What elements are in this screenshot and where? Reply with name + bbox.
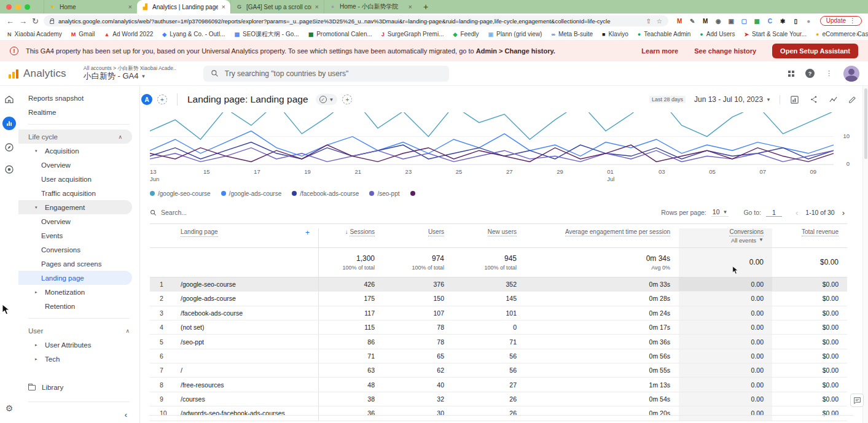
explore-icon[interactable] [4,142,14,152]
table-row[interactable]: 6 71 65 56 0m 56s 0.00 $0.00 [150,349,847,363]
column-total-revenue[interactable]: Total revenue [772,228,847,235]
table-row[interactable]: 4 (not set) 115 78 0 0m 17s 0.00 $0.00 [150,320,847,335]
extension-icon[interactable]: ▢ [740,18,748,25]
account-switcher[interactable]: All accounts > 小白新势 Xiaobai Acade.. 小白新势… [84,66,176,81]
bookmark-item[interactable]: ➤ Start & Scale Your... [744,31,807,37]
extension-icon[interactable]: ▦ [753,18,761,25]
nav-monetization[interactable]: ▸Monetization [18,285,139,299]
nav-user-acquisition[interactable]: User acquisition [18,172,139,186]
extension-icon[interactable]: ✱ [779,18,787,25]
url-text[interactable]: analytics.google.com/analytics/web/?auth… [58,18,641,25]
bookmark-item[interactable]: M Gmail [71,31,95,37]
expand-icon[interactable]: ▾ [35,205,40,210]
tab-close-icon[interactable]: × [315,3,319,10]
column-users[interactable]: Users [383,228,453,235]
table-row[interactable]: 10 /adwords-seo-facebook-ads-courses 36 … [150,406,847,421]
collapse-icon[interactable]: ∧ [125,328,130,334]
new-tab-button[interactable]: + [423,2,428,12]
browser-tab[interactable]: ♥ Home × [44,0,137,14]
table-row[interactable]: 2 /google-ads-course 175 150 145 0m 28s … [150,292,847,306]
nav-conversions[interactable]: Conversions [18,243,139,257]
bookmark-item[interactable]: ▣ Plann (grid view) [488,31,542,37]
next-page-icon[interactable]: › [840,208,847,217]
table-row[interactable]: 5 /seo-ppt 86 78 71 0m 36s 0.00 $0.00 [150,335,847,349]
legend-item[interactable]: /seo-ppt [369,190,399,197]
avatar[interactable] [843,66,859,82]
chrome-update-button[interactable]: Update⋮ [820,16,862,26]
tab-close-icon[interactable]: × [409,3,412,10]
nav-landing-page[interactable]: Landing page [18,271,132,285]
expand-icon[interactable]: ▸ [35,290,40,295]
nav-engagement[interactable]: ▾Engagement [18,200,132,214]
share-icon[interactable]: ⇧ [646,18,651,25]
browser-tab[interactable]: G [GA4] Set up a scroll conversi × [230,0,324,14]
advertising-icon[interactable] [4,165,14,174]
feedback-button[interactable] [850,394,864,407]
address-bar[interactable]: analytics.google.com/analytics/web/?auth… [44,15,668,26]
nav-acquisition[interactable]: ▾Acquisition [18,144,139,158]
insights-icon[interactable] [829,95,838,104]
column-new-users[interactable]: New users [453,228,525,235]
bookmark-item[interactable]: ◆ Lyang & Co. - Outl... [162,31,225,37]
table-row[interactable]: 7 / 63 62 56 0m 55s 0.00 $0.00 [150,363,847,378]
close-window-button[interactable] [6,4,12,10]
expand-icon[interactable]: ▸ [35,343,40,347]
nav-pages-and-screens[interactable]: Pages and screens [18,257,139,271]
goto-page-input[interactable]: 1 [766,209,782,217]
add-comparison-icon[interactable]: + [157,95,167,104]
global-search-input[interactable]: Try searching "top countries by users" [203,66,449,82]
table-search-input[interactable]: Search... [150,209,187,216]
legend-item[interactable]: /google-ads-course [221,190,282,197]
table-row[interactable]: 8 /free-resources 48 40 27 1m 13s 0.00 $… [150,378,847,392]
extension-icon[interactable]: ◉ [714,18,722,25]
tab-close-icon[interactable]: × [222,3,225,10]
table-row[interactable]: 1 /google-seo-course 426 376 352 0m 33s … [150,277,847,292]
nav-realtime[interactable]: Realtime [18,105,139,119]
bookmark-item[interactable]: J SurgeGraph Premi... [381,31,444,37]
bookmark-item[interactable]: ◆ Feedly [453,31,479,37]
open-setup-assistant-button[interactable]: Open Setup Assistant [772,44,858,58]
bookmark-item[interactable]: ▤ SEO课程大纲 - Go... [234,30,299,39]
scrollbar-thumb[interactable] [864,88,867,159]
add-dimension-icon[interactable]: + [305,228,310,237]
nav-events[interactable]: Events [18,228,139,243]
learn-more-link[interactable]: Learn more [641,47,678,55]
bookmark-item[interactable]: ∞ Meta B-suite [551,31,593,37]
bookmarks-overflow-icon[interactable]: » [856,31,859,37]
edit-report-icon[interactable] [848,95,857,104]
bookmark-item[interactable]: ● Teachable Admin [638,31,691,37]
admin-gear-icon[interactable]: ⚙ [6,403,14,413]
nav-section-life-cycle[interactable]: Life cycle∧ [18,130,132,144]
diagnostics-grid-icon[interactable] [788,71,794,77]
legend-item[interactable]: /google-seo-course [150,190,211,197]
rows-per-page-select[interactable]: 10▼ [711,208,729,217]
extension-icon[interactable]: ▯ [792,18,800,25]
chevron-down-icon[interactable]: ▼ [759,237,764,244]
expand-icon[interactable]: ▸ [35,357,40,362]
legend-item[interactable] [410,191,418,196]
add-filter-icon[interactable]: + [342,95,352,104]
help-icon[interactable]: ? [805,69,815,78]
nav-tech[interactable]: ▸Tech [18,352,139,366]
maximize-window-button[interactable] [25,4,30,10]
nav-traffic-acquisition[interactable]: Traffic acquisition [18,186,139,200]
dimension-chip[interactable]: ✓▼ [316,94,338,105]
nav-acquisition-overview[interactable]: Overview [18,158,139,172]
audience-chip[interactable]: A [141,94,152,105]
window-controls[interactable] [6,4,30,10]
table-row[interactable]: 9 /courses 38 32 26 0m 54s 0.00 $0.00 [150,392,847,406]
column-avg-engagement[interactable]: Average engagement time per session [525,228,679,235]
customize-report-icon[interactable] [790,95,799,104]
date-range-picker[interactable]: Jun 13 - Jul 10, 2023▼ [694,95,771,104]
collapse-icon[interactable]: ∧ [118,134,122,140]
more-menu-icon[interactable]: ⋮ [826,69,832,77]
see-change-history-link[interactable]: See change history [694,47,756,55]
extension-icon[interactable]: M [676,18,684,25]
column-sessions[interactable]: ↓ Sessions [319,228,383,235]
tab-close-icon[interactable]: × [128,3,132,10]
bookmark-star-icon[interactable]: ☆ [657,18,662,25]
column-conversions[interactable]: ConversionsAll events▼ [679,228,772,247]
share-report-icon[interactable] [810,95,818,104]
nav-user-attributes[interactable]: ▸User Attributes [18,338,139,352]
legend-item[interactable]: /facebook-ads-course [292,190,359,197]
